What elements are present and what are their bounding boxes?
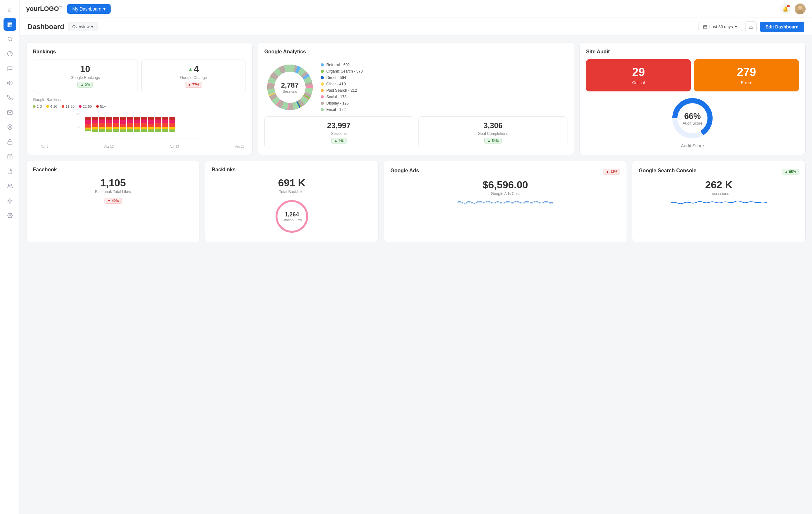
notification-button[interactable]: 🔔	[780, 3, 791, 15]
svg-text:20: 20	[77, 113, 80, 116]
legend-21-50: 21-50	[79, 105, 92, 108]
citation-flow-num: 1,264	[282, 211, 302, 218]
google-change-badge: ▼ 77%	[185, 82, 202, 88]
dashboard-content: Rankings 10 Google Rankings ▲ 2% ▲ 4 Goo…	[20, 36, 812, 514]
top-row: Rankings 10 Google Rankings ▲ 2% ▲ 4 Goo…	[26, 42, 806, 155]
ga-sessions-stat-value: 23,997	[269, 121, 409, 130]
avatar[interactable]	[795, 3, 806, 15]
svg-rect-70	[148, 124, 154, 127]
ga-goals-stat: 3,306 Goal Completions ▲ 54%	[418, 116, 568, 148]
legend-dot-4-10	[46, 105, 49, 108]
chart-icon[interactable]	[3, 47, 16, 60]
svg-rect-52	[120, 117, 126, 120]
svg-rect-79	[163, 127, 168, 129]
edit-dashboard-button[interactable]: Edit Dashboard	[760, 22, 804, 32]
svg-text:10: 10	[77, 125, 80, 128]
svg-rect-66	[141, 119, 147, 123]
ga-goals-value: 3,306	[423, 121, 563, 130]
svg-rect-28	[92, 130, 98, 132]
svg-rect-31	[92, 120, 98, 123]
header-right: Last 30 days ▾ Edit Dashboard	[698, 22, 804, 32]
audit-score-wrap: 66% Audit Score Audit Score	[586, 96, 799, 148]
chat-icon[interactable]	[3, 62, 16, 75]
facebook-value: 1,105	[33, 177, 193, 189]
google-ads-title: Google Ads	[390, 168, 419, 174]
users-icon[interactable]	[3, 180, 16, 193]
megaphone-icon[interactable]	[3, 77, 16, 89]
svg-rect-84	[169, 127, 175, 130]
svg-point-11	[798, 6, 802, 9]
lock-icon[interactable]	[3, 136, 16, 148]
file-icon[interactable]	[3, 165, 16, 178]
svg-rect-51	[120, 120, 126, 124]
date-range-button[interactable]: Last 30 days ▾	[698, 22, 742, 31]
download-icon	[749, 25, 753, 29]
svg-rect-26	[85, 120, 91, 124]
facebook-title: Facebook	[33, 167, 193, 173]
svg-rect-80	[163, 123, 168, 127]
svg-rect-78	[163, 129, 168, 132]
integration-icon[interactable]	[3, 194, 16, 207]
svg-rect-72	[148, 117, 154, 120]
ga-title: Google Analytics	[264, 49, 568, 55]
mail-icon[interactable]	[3, 106, 16, 119]
rankings-metrics: 10 Google Rankings ▲ 2% ▲ 4 Google Chang…	[33, 59, 246, 92]
audit-score-percent: 66%	[683, 111, 702, 121]
svg-rect-87	[169, 117, 175, 120]
ga-sessions-stat: 23,997 Sessions ▲ 4%	[264, 116, 413, 148]
svg-rect-71	[148, 120, 154, 124]
svg-rect-34	[99, 127, 105, 129]
svg-rect-33	[99, 129, 105, 132]
svg-rect-53	[127, 129, 133, 132]
logo-bold: LOGO	[40, 5, 59, 12]
svg-rect-54	[127, 127, 133, 129]
backlinks-value: 691 K	[212, 177, 372, 189]
svg-rect-48	[120, 130, 126, 132]
my-dashboard-button[interactable]: My Dashboard ▾	[67, 4, 111, 14]
location-icon[interactable]	[3, 121, 16, 134]
facebook-label: Facebook Total Likes	[33, 190, 193, 194]
google-change-metric: ▲ 4 Google Change ▼ 77%	[141, 59, 246, 92]
svg-rect-60	[134, 123, 140, 127]
phone-icon[interactable]	[3, 91, 16, 104]
ga-sessions-badge: ▲ 4%	[331, 138, 347, 144]
svg-rect-13	[704, 25, 707, 29]
ga-legend-display: Display - 126	[321, 101, 363, 106]
audit-score-subtitle: Audit Score	[681, 143, 704, 148]
audit-errors-box: 279 Errors	[694, 59, 799, 91]
ga-sessions-label: Sessions	[281, 89, 298, 93]
svg-rect-32	[92, 117, 98, 120]
ga-inner: 2,787 Sessions Referral - 602 Organic Se…	[264, 59, 568, 115]
svg-rect-42	[106, 117, 112, 120]
svg-rect-56	[127, 119, 133, 123]
bag-icon[interactable]	[3, 150, 16, 163]
download-button[interactable]	[745, 22, 757, 32]
svg-rect-86	[169, 120, 175, 123]
svg-rect-35	[99, 123, 105, 127]
svg-rect-43	[113, 129, 119, 132]
svg-marker-3	[7, 82, 9, 85]
svg-rect-57	[127, 117, 133, 119]
svg-rect-69	[148, 127, 154, 130]
settings-icon[interactable]	[3, 209, 16, 222]
svg-rect-40	[106, 123, 112, 127]
dashboard-icon[interactable]: ▦	[3, 18, 16, 31]
logo: yourLOGO™	[26, 5, 62, 12]
overview-button[interactable]: Overview ▾	[68, 22, 97, 31]
legend-dot-11-20	[62, 105, 64, 108]
google-search-console-card: Google Search Console ▲ 95% 262 K Impres…	[632, 160, 806, 242]
topnav-right: 🔔	[780, 3, 806, 15]
svg-rect-76	[155, 119, 161, 123]
search-icon[interactable]	[3, 33, 16, 46]
page-header: Dashboard Overview ▾ Last 30 days ▾ Edit…	[20, 18, 812, 36]
svg-rect-65	[141, 123, 147, 127]
ga-sessions-stat-label: Sessions	[269, 132, 409, 136]
audit-errors-label: Errors	[698, 80, 794, 85]
home-icon[interactable]: ⌂	[3, 3, 16, 16]
svg-point-4	[9, 126, 10, 127]
svg-rect-77	[155, 117, 161, 119]
citation-flow-wrap: 1,264 Citation Flow	[212, 197, 372, 235]
svg-rect-27	[85, 117, 91, 120]
svg-rect-61	[134, 120, 140, 123]
google-rankings-metric: 10 Google Rankings ▲ 2%	[33, 59, 138, 92]
